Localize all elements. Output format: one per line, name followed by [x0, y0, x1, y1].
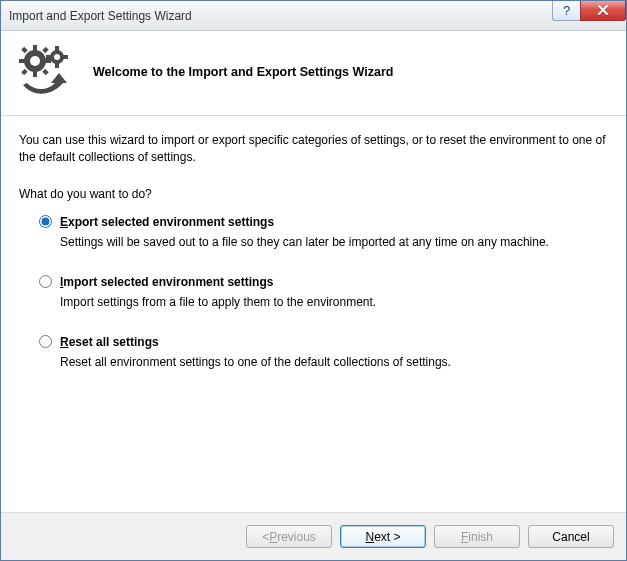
option-export-row[interactable]: Export selected environment settings: [39, 215, 608, 229]
option-import: Import selected environment settings Imp…: [39, 275, 608, 309]
svg-point-9: [30, 56, 40, 66]
option-export-desc: Settings will be saved out to a file so …: [60, 235, 608, 249]
help-button[interactable]: ?: [552, 1, 580, 21]
svg-rect-7: [21, 69, 27, 75]
svg-point-11: [54, 54, 60, 60]
svg-rect-6: [42, 47, 48, 53]
svg-rect-13: [55, 63, 59, 68]
cancel-button[interactable]: Cancel: [528, 525, 614, 548]
title-bar: Import and Export Settings Wizard ?: [1, 1, 626, 31]
svg-rect-4: [45, 59, 51, 63]
next-button[interactable]: Next >: [340, 525, 426, 548]
svg-rect-12: [55, 46, 59, 51]
wizard-footer: < Previous Next > Finish Cancel: [1, 512, 626, 560]
radio-export[interactable]: [39, 215, 52, 228]
svg-rect-2: [33, 71, 37, 77]
page-title: Welcome to the Import and Export Setting…: [93, 65, 393, 79]
svg-rect-15: [63, 55, 68, 59]
close-icon: [597, 5, 609, 16]
gears-arrow-icon: [17, 43, 75, 101]
option-reset-label: Reset all settings: [60, 335, 159, 349]
finish-button: Finish: [434, 525, 520, 548]
intro-text: You can use this wizard to import or exp…: [19, 132, 608, 167]
svg-rect-8: [42, 69, 48, 75]
option-reset: Reset all settings Reset all environment…: [39, 335, 608, 369]
radio-reset[interactable]: [39, 335, 52, 348]
help-icon: ?: [563, 3, 570, 18]
svg-rect-3: [19, 59, 25, 63]
option-import-row[interactable]: Import selected environment settings: [39, 275, 608, 289]
radio-import[interactable]: [39, 275, 52, 288]
previous-button: < Previous: [246, 525, 332, 548]
prompt-text: What do you want to do?: [19, 187, 608, 201]
option-export-label: Export selected environment settings: [60, 215, 274, 229]
window-title: Import and Export Settings Wizard: [9, 9, 192, 23]
wizard-body: You can use this wizard to import or exp…: [1, 116, 626, 369]
option-reset-desc: Reset all environment settings to one of…: [60, 355, 608, 369]
option-import-label: Import selected environment settings: [60, 275, 273, 289]
svg-rect-14: [46, 55, 51, 59]
wizard-header: Welcome to the Import and Export Setting…: [1, 31, 626, 116]
option-import-desc: Import settings from a file to apply the…: [60, 295, 608, 309]
svg-rect-5: [21, 47, 27, 53]
svg-rect-1: [33, 45, 37, 51]
close-button[interactable]: [580, 1, 626, 21]
option-reset-row[interactable]: Reset all settings: [39, 335, 608, 349]
window-controls: ?: [552, 1, 626, 21]
option-export: Export selected environment settings Set…: [39, 215, 608, 249]
